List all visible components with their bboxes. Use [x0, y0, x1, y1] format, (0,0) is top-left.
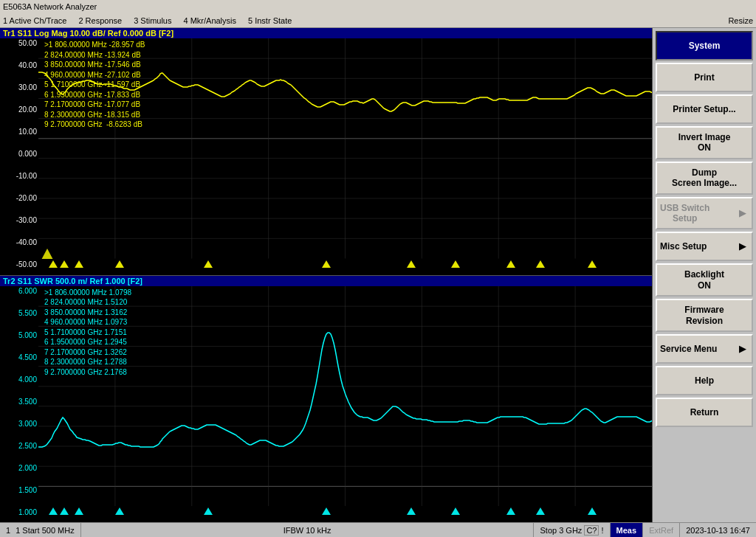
service-menu-arrow-icon: ▶ [739, 344, 746, 354]
main-area: Tr1 S11 Log Mag 10.00 dB/ Ref 0.000 dB [… [0, 28, 756, 522]
print-button[interactable]: Print [656, 63, 753, 92]
misc-setup-arrow-icon: ▶ [739, 241, 746, 252]
printer-setup-button[interactable]: Printer Setup... [656, 94, 753, 124]
svg-marker-48 [115, 507, 124, 515]
system-button[interactable]: System [656, 31, 753, 60]
svg-marker-22 [322, 260, 331, 268]
menu-item-stimulus[interactable]: 3 Stimulus [134, 16, 171, 25]
usb-switch-arrow-icon: ▶ [739, 208, 746, 218]
dump-screen-button[interactable]: Dump Screen Image... [656, 162, 753, 195]
firmware-revision-button[interactable]: Firmware Revision [656, 299, 753, 332]
return-button[interactable]: Return [656, 398, 753, 427]
svg-marker-27 [588, 260, 597, 268]
status-bar: 1 1 Start 500 MHz IFBW 10 kHz Stop 3 GHz… [0, 522, 756, 537]
svg-marker-20 [115, 260, 124, 268]
status-stop: Stop 3 GHz C? ! [534, 523, 610, 537]
lower-chart-canvas: 2 [38, 286, 652, 507]
upper-marker-1-icon [41, 249, 53, 259]
lower-trace-svg: 2 [38, 286, 652, 507]
upper-chart-header: Tr1 S11 Log Mag 10.00 dB/ Ref 0.000 dB [… [0, 28, 652, 38]
status-extref: ExtRef [643, 523, 680, 537]
svg-marker-53 [506, 507, 515, 515]
svg-marker-23 [407, 260, 416, 268]
title-bar: E5063A Network Analyzer [0, 0, 756, 13]
lower-chart-body: 6.000 5.500 5.000 4.500 4.000 3.500 3.00… [0, 286, 652, 519]
svg-marker-26 [536, 260, 545, 268]
svg-marker-18 [60, 260, 69, 268]
menu-item-response[interactable]: 2 Response [78, 16, 122, 25]
svg-marker-49 [204, 507, 213, 515]
svg-marker-17 [49, 260, 58, 268]
channel-number: 1 [6, 526, 10, 535]
upper-bottom-markers [38, 259, 652, 269]
usb-switch-button: USB Switch Setup ▶ [656, 197, 753, 230]
lower-chart-header: Tr2 S11 SWR 500.0 m/ Ref 1.000 [F2] [0, 276, 652, 286]
invert-image-button[interactable]: Invert Image ON [656, 126, 753, 159]
upper-chart: Tr1 S11 Log Mag 10.00 dB/ Ref 0.000 dB [… [0, 28, 652, 276]
warn-icon: ! [602, 526, 604, 535]
menu-bar: 1 Active Ch/Trace 2 Response 3 Stimulus … [0, 13, 756, 28]
status-start: 1 1 Start 500 MHz [0, 523, 81, 537]
svg-marker-47 [75, 507, 83, 515]
svg-marker-55 [588, 507, 597, 515]
svg-marker-52 [451, 507, 460, 515]
svg-marker-21 [204, 260, 213, 268]
start-label: 1 Start 500 MHz [16, 526, 74, 535]
svg-marker-51 [407, 507, 416, 515]
upper-marker-row [38, 259, 652, 269]
title-text: E5063A Network Analyzer [3, 2, 97, 11]
chart-area: Tr1 S11 Log Mag 10.00 dB/ Ref 0.000 dB [… [0, 28, 653, 522]
status-datetime: 2023-10-13 16:47 [680, 526, 756, 535]
upper-chart-canvas [38, 38, 652, 259]
lower-bottom-markers [38, 506, 652, 516]
channel-label: C? [584, 525, 599, 536]
upper-trace-svg [38, 38, 652, 259]
svg-marker-24 [451, 260, 460, 268]
service-menu-button[interactable]: Service Menu ▶ [656, 334, 753, 364]
menu-item-mkr[interactable]: 4 Mkr/Analysis [183, 16, 236, 25]
svg-marker-46 [60, 507, 69, 515]
svg-marker-25 [506, 260, 515, 268]
misc-setup-button[interactable]: Misc Setup ▶ [656, 232, 753, 261]
menu-item-active-ch[interactable]: 1 Active Ch/Trace [3, 16, 66, 25]
help-button[interactable]: Help [656, 366, 753, 395]
sidebar: System Print Printer Setup... Invert Ima… [653, 28, 756, 522]
resize-button[interactable]: Resize [728, 16, 753, 25]
lower-marker-row [38, 506, 652, 516]
lower-y-axis: 6.000 5.500 5.000 4.500 4.000 3.500 3.00… [0, 286, 38, 519]
menu-item-instr[interactable]: 5 Instr State [248, 16, 292, 25]
svg-marker-54 [536, 507, 545, 515]
svg-marker-45 [49, 507, 58, 515]
status-meas[interactable]: Meas [611, 523, 644, 537]
status-ifbw: IFBW 10 kHz [81, 523, 535, 537]
svg-marker-50 [322, 507, 331, 515]
upper-chart-body: 50.00 40.00 30.00 20.00 10.00 0.000 -10.… [0, 38, 652, 271]
svg-marker-19 [75, 260, 83, 268]
backlight-button[interactable]: Backlight ON [656, 263, 753, 297]
lower-chart: Tr2 S11 SWR 500.0 m/ Ref 1.000 [F2] 6.00… [0, 276, 652, 523]
upper-y-axis: 50.00 40.00 30.00 20.00 10.00 0.000 -10.… [0, 38, 38, 271]
